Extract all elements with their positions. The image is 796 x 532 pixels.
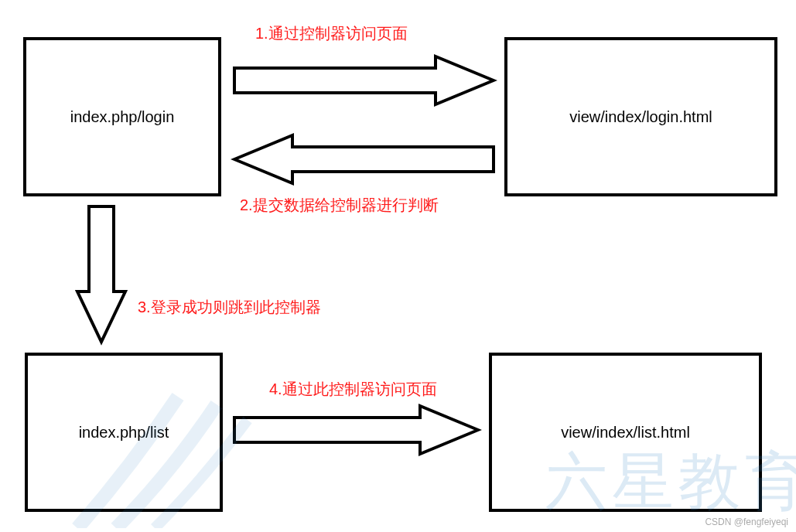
label-step2: 2.提交数据给控制器进行判断 [240, 195, 439, 216]
box-label: view/index/login.html [569, 108, 712, 126]
box-view-login: view/index/login.html [504, 37, 777, 196]
arrow-down-step3 [73, 203, 129, 346]
box-controller-list: index.php/list [25, 353, 223, 512]
arrow-right-step4 [231, 402, 482, 458]
label-step3: 3.登录成功则跳到此控制器 [138, 297, 321, 318]
arrow-left-step2 [231, 131, 497, 187]
box-controller-login: index.php/login [23, 37, 221, 196]
credit-text: CSDN @fengfeiyeqi [705, 517, 788, 527]
box-view-list: view/index/list.html [489, 353, 762, 512]
label-step1: 1.通过控制器访问页面 [255, 23, 408, 44]
box-label: index.php/list [79, 424, 169, 442]
box-label: index.php/login [70, 108, 175, 126]
box-label: view/index/list.html [561, 424, 690, 442]
label-step4: 4.通过此控制器访问页面 [269, 379, 437, 400]
arrow-right-step1 [231, 53, 497, 108]
